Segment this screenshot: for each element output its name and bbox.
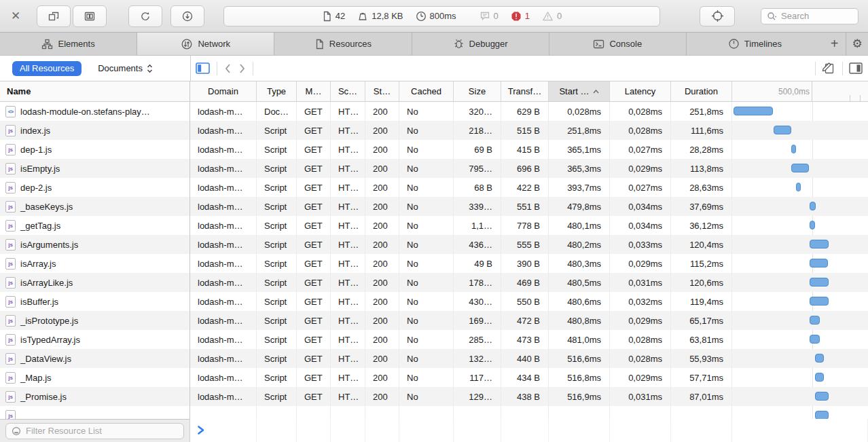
load-time-stat[interactable]: 800ms — [416, 11, 456, 22]
cell-cached — [399, 406, 454, 419]
tab-resources[interactable]: Resources — [274, 33, 412, 55]
column-header-scheme[interactable]: Sc… — [331, 81, 365, 101]
resource-name: _Promise.js — [20, 392, 67, 402]
resource-type-dropdown[interactable]: Documents — [98, 63, 153, 73]
cell-transferred: 390 B — [501, 254, 549, 273]
table-row[interactable]: isEmpty.js lodash-m… Script GET HT… 200 … — [0, 159, 868, 178]
column-header-size[interactable]: Size — [454, 81, 501, 101]
timeline-bar — [774, 126, 791, 134]
settings-gear-icon[interactable]: ⚙ — [846, 33, 868, 55]
table-row[interactable]: _DataView.js lodash-m… Script GET HT… 20… — [0, 349, 868, 368]
reload-page-button[interactable] — [128, 5, 162, 27]
table-row[interactable] — [0, 406, 868, 419]
console-messages-stat[interactable]: 0 — [480, 11, 499, 21]
cell-cached: No — [399, 330, 454, 349]
table-row[interactable]: _Map.js lodash-m… Script GET HT… 200 No … — [0, 368, 868, 387]
column-header-domain[interactable]: Domain — [190, 81, 257, 101]
dock-side-button[interactable] — [73, 5, 107, 27]
column-header-start-sorted[interactable]: Start … — [549, 81, 610, 101]
all-resources-filter-button[interactable]: All Resources — [12, 61, 82, 76]
inspector-toolbar: ✕ — [0, 0, 868, 33]
cell-duration: 113,8ms — [671, 159, 732, 178]
timeline-bar — [810, 316, 820, 325]
console-message-count: 0 — [494, 11, 499, 21]
table-row[interactable]: dep-2.js lodash-m… Script GET HT… 200 No… — [0, 178, 868, 197]
cell-start: 393,7ms — [549, 178, 610, 197]
download-page-button[interactable] — [170, 5, 204, 27]
detach-inspector-button[interactable] — [37, 5, 71, 27]
cell-latency: 0,028ms — [610, 102, 671, 121]
total-size-stat[interactable]: 12,8 KB — [357, 11, 403, 22]
cell-size: 430… — [454, 292, 501, 311]
cell-waterfall — [732, 178, 868, 197]
navigation-sidebar-toggle-icon[interactable] — [196, 62, 210, 74]
table-row[interactable]: lodash-module-on.stefans-play… lodash-m…… — [0, 102, 868, 121]
tab-label: Elements — [58, 39, 94, 49]
table-row[interactable]: index.js lodash-m… Script GET HT… 200 No… — [0, 121, 868, 140]
column-header-cached[interactable]: Cached — [399, 81, 454, 101]
cell-waterfall — [732, 197, 868, 216]
column-header-duration[interactable]: Duration — [671, 81, 732, 101]
table-row[interactable]: _isPrototype.js lodash-m… Script GET HT…… — [0, 311, 868, 330]
search-input[interactable]: Search — [761, 8, 858, 24]
js-file-icon — [5, 144, 16, 155]
cell-size — [454, 406, 501, 419]
js-file-icon — [5, 277, 16, 289]
cell-domain: lodash-m… — [190, 368, 257, 387]
cell-method: GET — [297, 330, 331, 349]
filter-icon — [12, 426, 21, 436]
timeline-scale-header[interactable]: 500,0ms — [732, 81, 868, 101]
cell-scheme: HT… — [331, 121, 365, 140]
cell-status: 200 — [365, 216, 399, 235]
column-header-status[interactable]: St… — [365, 81, 399, 101]
column-header-name[interactable]: Name — [0, 81, 190, 101]
js-file-icon — [5, 201, 16, 213]
details-sidebar-toggle-icon[interactable] — [849, 62, 863, 74]
column-header-transferred[interactable]: Transf… — [501, 81, 549, 101]
table-row[interactable]: isArray.js lodash-m… Script GET HT… 200 … — [0, 254, 868, 273]
quick-console-bar[interactable] — [190, 419, 868, 442]
column-header-latency[interactable]: Latency — [610, 81, 671, 101]
element-picker-button[interactable] — [700, 6, 735, 26]
tab-network[interactable]: Network — [137, 33, 274, 55]
table-row[interactable]: _baseKeys.js lodash-m… Script GET HT… 20… — [0, 197, 868, 216]
panel-divider — [190, 56, 191, 81]
timeline-bar — [815, 392, 829, 401]
close-icon[interactable]: ✕ — [10, 9, 22, 23]
column-header-method[interactable]: M… — [297, 81, 331, 101]
tab-console[interactable]: Console — [549, 33, 687, 55]
cell-duration: 28,63ms — [671, 178, 732, 197]
warnings-stat[interactable]: 0 — [542, 11, 562, 22]
add-tab-button[interactable]: + — [823, 33, 846, 55]
table-row[interactable]: _getTag.js lodash-m… Script GET HT… 200 … — [0, 216, 868, 235]
stepper-chevrons-icon — [147, 64, 153, 73]
cell-cached: No — [399, 197, 454, 216]
cell-domain: lodash-m… — [190, 387, 257, 406]
quick-console-chevron-icon[interactable] — [197, 425, 205, 435]
cell-latency: 0,029ms — [610, 368, 671, 387]
error-icon — [511, 11, 522, 22]
table-row[interactable]: _Promise.js lodash-m… Script GET HT… 200… — [0, 387, 868, 406]
tab-timelines[interactable]: Timelines — [687, 33, 823, 55]
column-header-type[interactable]: Type — [257, 81, 297, 101]
forward-chevron-icon[interactable] — [238, 63, 246, 74]
back-chevron-icon[interactable] — [224, 63, 232, 74]
resource-count-stat[interactable]: 42 — [322, 11, 345, 22]
separator — [815, 62, 816, 75]
cell-latency: 0,033ms — [610, 235, 671, 254]
tab-elements[interactable]: Elements — [0, 33, 137, 55]
errors-stat[interactable]: 1 — [511, 11, 530, 22]
filter-resource-input[interactable]: Filter Resource List — [5, 423, 184, 439]
elements-icon — [41, 39, 53, 50]
separator — [842, 62, 843, 75]
table-row[interactable]: isBuffer.js lodash-m… Script GET HT… 200… — [0, 292, 868, 311]
export-har-icon[interactable] — [822, 62, 836, 75]
table-row[interactable]: isArguments.js lodash-m… Script GET HT… … — [0, 235, 868, 254]
table-row[interactable]: dep-1.js lodash-m… Script GET HT… 200 No… — [0, 140, 868, 159]
table-row[interactable]: isTypedArray.js lodash-m… Script GET HT…… — [0, 330, 868, 349]
cell-scheme: HT… — [331, 387, 365, 406]
tab-debugger[interactable]: Debugger — [412, 33, 549, 55]
tab-label: Debugger — [469, 39, 508, 49]
table-row[interactable]: isArrayLike.js lodash-m… Script GET HT… … — [0, 273, 868, 292]
cell-status: 200 — [365, 254, 399, 273]
